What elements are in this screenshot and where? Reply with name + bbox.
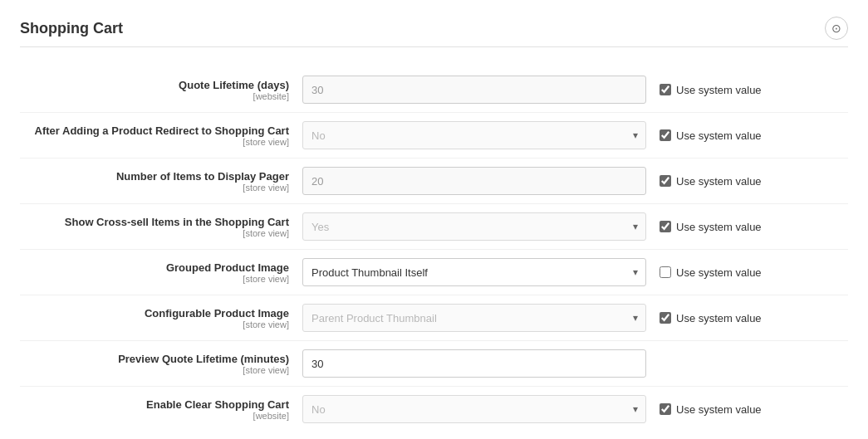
select-grouped-product-image[interactable]: Product Thumbnail ItselfParent Product T… bbox=[302, 258, 646, 286]
input-cell-quote-lifetime bbox=[302, 76, 660, 104]
system-value-checkbox-quote-lifetime[interactable] bbox=[660, 84, 671, 95]
input-cell-grouped-product-image: Product Thumbnail ItselfParent Product T… bbox=[302, 258, 660, 286]
form-row-cross-sell-items: Show Cross-sell Items in the Shopping Ca… bbox=[20, 204, 848, 250]
system-value-cell-enable-clear-cart: Use system value bbox=[660, 403, 784, 416]
label-main-items-display-pager: Number of Items to Display Pager bbox=[20, 170, 289, 183]
system-value-checkbox-cross-sell-items[interactable] bbox=[660, 221, 671, 232]
input-cell-cross-sell-items: YesNo bbox=[302, 212, 660, 241]
form-row-redirect-shopping-cart: After Adding a Product Redirect to Shopp… bbox=[20, 113, 848, 159]
system-value-cell-items-display-pager: Use system value bbox=[660, 175, 784, 188]
system-value-label-configurable-product-image: Use system value bbox=[676, 312, 762, 324]
form-row-configurable-product-image: Configurable Product Image[store view]Pa… bbox=[20, 295, 848, 341]
collapse-icon: ⊙ bbox=[831, 22, 841, 35]
section-header: Shopping Cart ⊙ bbox=[20, 17, 848, 47]
label-scope-grouped-product-image: [store view] bbox=[20, 274, 289, 284]
system-value-checkbox-configurable-product-image[interactable] bbox=[660, 312, 671, 324]
system-value-checkbox-redirect-shopping-cart[interactable] bbox=[660, 129, 671, 141]
select-wrapper-grouped-product-image: Product Thumbnail ItselfParent Product T… bbox=[302, 258, 646, 286]
system-value-cell-configurable-product-image: Use system value bbox=[660, 312, 784, 324]
label-cell-quote-lifetime: Quote Lifetime (days)[website] bbox=[20, 79, 302, 101]
select-redirect-shopping-cart: NoYes bbox=[302, 121, 646, 149]
input-quote-lifetime bbox=[302, 76, 646, 104]
system-value-label-cross-sell-items: Use system value bbox=[676, 221, 762, 233]
select-wrapper-enable-clear-cart: NoYes bbox=[302, 395, 646, 423]
system-value-label-enable-clear-cart: Use system value bbox=[676, 403, 762, 416]
form-row-preview-quote-lifetime: Preview Quote Lifetime (minutes)[store v… bbox=[20, 341, 848, 387]
form-row-items-display-pager: Number of Items to Display Pager[store v… bbox=[20, 159, 848, 204]
form-rows-container: Quote Lifetime (days)[website]Use system… bbox=[20, 67, 848, 432]
system-value-checkbox-enable-clear-cart[interactable] bbox=[660, 403, 671, 415]
label-main-cross-sell-items: Show Cross-sell Items in the Shopping Ca… bbox=[20, 216, 289, 228]
input-preview-quote-lifetime[interactable] bbox=[302, 349, 646, 378]
label-scope-cross-sell-items: [store view] bbox=[20, 228, 289, 238]
system-value-label-redirect-shopping-cart: Use system value bbox=[676, 129, 762, 142]
system-value-cell-cross-sell-items: Use system value bbox=[660, 221, 784, 233]
section-title: Shopping Cart bbox=[20, 20, 123, 37]
select-wrapper-cross-sell-items: YesNo bbox=[302, 212, 646, 241]
label-main-quote-lifetime: Quote Lifetime (days) bbox=[20, 79, 289, 91]
input-cell-items-display-pager bbox=[302, 167, 660, 195]
label-scope-preview-quote-lifetime: [store view] bbox=[20, 365, 289, 375]
label-cell-configurable-product-image: Configurable Product Image[store view] bbox=[20, 307, 302, 329]
label-cell-cross-sell-items: Show Cross-sell Items in the Shopping Ca… bbox=[20, 216, 302, 238]
label-scope-items-display-pager: [store view] bbox=[20, 183, 289, 193]
system-value-cell-redirect-shopping-cart: Use system value bbox=[660, 129, 784, 142]
label-cell-redirect-shopping-cart: After Adding a Product Redirect to Shopp… bbox=[20, 124, 302, 147]
system-value-label-quote-lifetime: Use system value bbox=[676, 84, 762, 96]
label-scope-redirect-shopping-cart: [store view] bbox=[20, 137, 289, 147]
select-configurable-product-image: Parent Product ThumbnailProduct Thumbnai… bbox=[302, 304, 646, 332]
label-scope-quote-lifetime: [website] bbox=[20, 91, 289, 101]
label-cell-preview-quote-lifetime: Preview Quote Lifetime (minutes)[store v… bbox=[20, 353, 302, 375]
label-scope-enable-clear-cart: [website] bbox=[20, 411, 289, 421]
input-cell-configurable-product-image: Parent Product ThumbnailProduct Thumbnai… bbox=[302, 304, 660, 332]
system-value-label-grouped-product-image: Use system value bbox=[676, 266, 762, 279]
system-value-cell-grouped-product-image: Use system value bbox=[660, 266, 784, 279]
select-wrapper-redirect-shopping-cart: NoYes bbox=[302, 121, 646, 149]
form-row-enable-clear-cart: Enable Clear Shopping Cart[website]NoYes… bbox=[20, 387, 848, 432]
input-items-display-pager bbox=[302, 167, 646, 195]
collapse-button[interactable]: ⊙ bbox=[825, 17, 848, 40]
select-enable-clear-cart: NoYes bbox=[302, 395, 646, 423]
label-cell-items-display-pager: Number of Items to Display Pager[store v… bbox=[20, 170, 302, 193]
input-cell-enable-clear-cart: NoYes bbox=[302, 395, 660, 423]
select-wrapper-configurable-product-image: Parent Product ThumbnailProduct Thumbnai… bbox=[302, 304, 646, 332]
label-cell-grouped-product-image: Grouped Product Image[store view] bbox=[20, 261, 302, 284]
system-value-checkbox-grouped-product-image[interactable] bbox=[660, 266, 671, 278]
label-scope-configurable-product-image: [store view] bbox=[20, 319, 289, 329]
form-row-grouped-product-image: Grouped Product Image[store view]Product… bbox=[20, 250, 848, 295]
input-cell-redirect-shopping-cart: NoYes bbox=[302, 121, 660, 149]
input-cell-preview-quote-lifetime bbox=[302, 349, 660, 378]
system-value-cell-quote-lifetime: Use system value bbox=[660, 84, 784, 96]
label-main-configurable-product-image: Configurable Product Image bbox=[20, 307, 289, 319]
label-main-enable-clear-cart: Enable Clear Shopping Cart bbox=[20, 398, 289, 411]
select-cross-sell-items: YesNo bbox=[302, 212, 646, 241]
form-row-quote-lifetime: Quote Lifetime (days)[website]Use system… bbox=[20, 67, 848, 113]
label-main-grouped-product-image: Grouped Product Image bbox=[20, 261, 289, 274]
system-value-checkbox-items-display-pager[interactable] bbox=[660, 175, 671, 187]
label-cell-enable-clear-cart: Enable Clear Shopping Cart[website] bbox=[20, 398, 302, 421]
label-main-preview-quote-lifetime: Preview Quote Lifetime (minutes) bbox=[20, 353, 289, 365]
system-value-label-items-display-pager: Use system value bbox=[676, 175, 762, 188]
label-main-redirect-shopping-cart: After Adding a Product Redirect to Shopp… bbox=[20, 124, 289, 137]
page-container: Shopping Cart ⊙ Quote Lifetime (days)[we… bbox=[0, 0, 868, 439]
